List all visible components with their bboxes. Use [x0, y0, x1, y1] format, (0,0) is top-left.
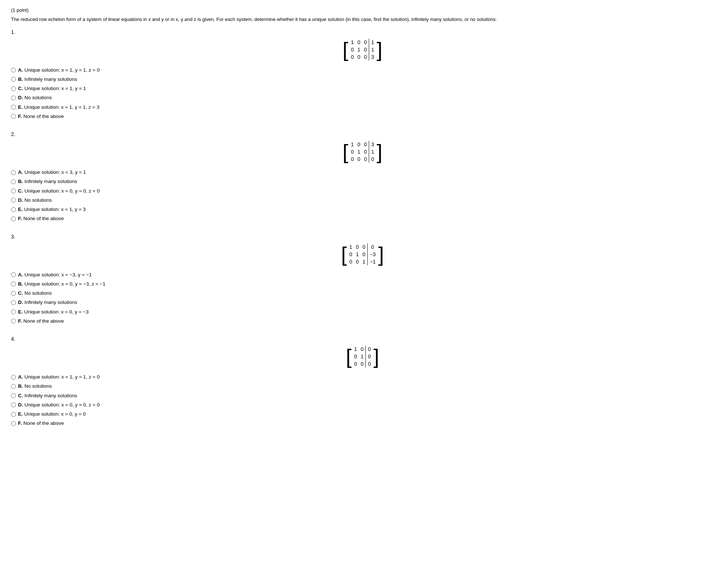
question-4: 4.[100010000]A. Unique solution: x = 1, …: [11, 336, 714, 427]
option-letter-4-F: F.: [18, 420, 22, 427]
option-2-D[interactable]: D. No solutions: [11, 197, 714, 204]
option-letter-4-E: E.: [18, 410, 23, 418]
option-text-1-D: No solutions: [25, 94, 52, 101]
matrix-cell-r1-c2: 0: [362, 148, 369, 155]
matrix-cell-r0-c2: 0: [362, 141, 369, 148]
matrix-table-4: 100010000: [352, 345, 372, 368]
radio-4-A[interactable]: [11, 375, 16, 380]
radio-2-F[interactable]: [11, 216, 16, 221]
matrix-cell-r2-c0: 0: [352, 360, 359, 368]
option-letter-1-F: F.: [18, 113, 22, 120]
option-1-B[interactable]: B. Infinitely many solutions: [11, 76, 714, 83]
question-1: 1.[100101010003]A. Unique solution: x = …: [11, 29, 714, 121]
matrix-cell-r0-c3: 3: [369, 141, 376, 148]
matrix-cell-r0-c1: 0: [359, 345, 365, 353]
radio-1-A[interactable]: [11, 68, 16, 72]
radio-1-E[interactable]: [11, 105, 16, 110]
radio-1-B[interactable]: [11, 77, 16, 82]
radio-2-C[interactable]: [11, 189, 16, 193]
instructions-text: The reduced row echelon form of a system…: [11, 16, 714, 23]
matrix-cell-r2-c0: 0: [349, 155, 356, 163]
radio-4-D[interactable]: [11, 402, 16, 407]
option-letter-2-A: A.: [18, 169, 23, 176]
matrix-cell-r2-c2: 0: [365, 360, 372, 368]
option-4-C[interactable]: C. Infinitely many solutions: [11, 392, 714, 399]
option-letter-3-B: B.: [18, 280, 23, 288]
radio-3-C[interactable]: [11, 291, 16, 296]
option-2-A[interactable]: A. Unique solution: x = 3, y = 1: [11, 169, 714, 176]
left-bracket-icon: [: [343, 141, 349, 162]
option-3-A[interactable]: A. Unique solution: x = −3, y = −1: [11, 271, 714, 279]
option-text-2-F: None of the above: [24, 215, 64, 222]
radio-2-B[interactable]: [11, 179, 16, 184]
matrix-bracket-container-1: [100101010003]: [343, 39, 382, 61]
option-4-A[interactable]: A. Unique solution: x = 1, y = 1, z = 0: [11, 373, 714, 381]
option-3-C[interactable]: C. No solutions: [11, 290, 714, 297]
option-1-F[interactable]: F. None of the above: [11, 113, 714, 120]
option-1-E[interactable]: E. Unique solution: x = 1, y = 1, z = 3: [11, 104, 714, 111]
option-4-F[interactable]: F. None of the above: [11, 420, 714, 427]
matrix-cell-r2-c0: 0: [347, 258, 354, 265]
matrix-cell-r2-c3: −1: [367, 258, 377, 265]
question-number-4: 4.: [11, 336, 714, 342]
radio-2-D[interactable]: [11, 198, 16, 202]
option-letter-4-A: A.: [18, 373, 23, 381]
radio-4-F[interactable]: [11, 421, 16, 426]
matrix-bracket-container-3: [1000010−3001−1]: [341, 243, 384, 265]
page-container: (1 point) The reduced row echelon form o…: [11, 7, 714, 427]
question-number-2: 2.: [11, 131, 714, 137]
matrix-cell-r1-c1: 1: [356, 148, 362, 155]
option-text-1-E: Unique solution: x = 1, y = 1, z = 3: [24, 104, 100, 111]
matrix-table-3: 1000010−3001−1: [347, 243, 377, 265]
option-3-D[interactable]: D. Infinitely many solutions: [11, 299, 714, 306]
option-3-E[interactable]: E. Unique solution: x = 0, y = −3: [11, 308, 714, 316]
option-2-F[interactable]: F. None of the above: [11, 215, 714, 222]
radio-3-D[interactable]: [11, 300, 16, 305]
radio-4-C[interactable]: [11, 393, 16, 398]
option-1-C[interactable]: C. Unique solution: x = 1, y = 1: [11, 85, 714, 92]
radio-3-F[interactable]: [11, 319, 16, 323]
radio-2-A[interactable]: [11, 170, 16, 175]
option-2-B[interactable]: B. Infinitely many solutions: [11, 178, 714, 185]
option-text-1-B: Infinitely many solutions: [25, 76, 77, 83]
radio-1-C[interactable]: [11, 86, 16, 91]
option-2-C[interactable]: C. Unique solution: x = 0, y = 0, z = 0: [11, 187, 714, 195]
option-text-2-B: Infinitely many solutions: [25, 178, 77, 185]
matrix-cell-r1-c3: 1: [369, 46, 376, 53]
option-3-B[interactable]: B. Unique solution: x = 0, y = −3, z = −…: [11, 280, 714, 288]
matrix-cell-r0-c3: 1: [369, 39, 376, 46]
radio-4-E[interactable]: [11, 412, 16, 417]
matrix-cell-r2-c3: 0: [369, 155, 376, 163]
radio-1-D[interactable]: [11, 96, 16, 100]
options-list-4: A. Unique solution: x = 1, y = 1, z = 0B…: [11, 373, 714, 427]
option-text-4-A: Unique solution: x = 1, y = 1, z = 0: [25, 373, 100, 381]
option-text-1-C: Unique solution: x = 1, y = 1: [25, 85, 86, 92]
radio-2-E[interactable]: [11, 207, 16, 212]
radio-4-B[interactable]: [11, 384, 16, 389]
option-1-D[interactable]: D. No solutions: [11, 94, 714, 101]
matrix-cell-r1-c2: 0: [365, 353, 372, 360]
option-1-A[interactable]: A. Unique solution: x = 1, y = 1, z = 0: [11, 67, 714, 74]
option-text-4-E: Unique solution: x = 0, y = 0: [24, 410, 86, 418]
radio-3-B[interactable]: [11, 282, 16, 286]
option-4-E[interactable]: E. Unique solution: x = 0, y = 0: [11, 410, 714, 418]
matrix-cell-r0-c2: 0: [362, 39, 369, 46]
matrix-cell-r2-c3: 3: [369, 53, 376, 61]
matrix-bracket-container-2: [100301010000]: [343, 141, 382, 163]
matrix-table-2: 100301010000: [349, 141, 376, 163]
radio-1-F[interactable]: [11, 114, 16, 119]
radio-3-A[interactable]: [11, 272, 16, 277]
radio-3-E[interactable]: [11, 309, 16, 314]
matrix-bracket-container-4: [100010000]: [346, 345, 379, 368]
matrix-cell-r1-c3: −3: [367, 251, 377, 258]
options-list-1: A. Unique solution: x = 1, y = 1, z = 0B…: [11, 67, 714, 121]
option-4-D[interactable]: D. Unique solution: x = 0, y = 0, z = 0: [11, 401, 714, 409]
matrix-table-1: 100101010003: [349, 39, 376, 61]
matrix-cell-r0-c2: 0: [361, 243, 367, 251]
option-4-B[interactable]: B. No solutions: [11, 383, 714, 390]
option-text-2-A: Unique solution: x = 3, y = 1: [25, 169, 86, 176]
option-3-F[interactable]: F. None of the above: [11, 318, 714, 325]
matrix-cell-r2-c2: 1: [361, 258, 367, 265]
option-2-E[interactable]: E. Unique solution: x = 1, y = 3: [11, 206, 714, 213]
option-text-3-B: Unique solution: x = 0, y = −3, z = −1: [25, 280, 106, 288]
